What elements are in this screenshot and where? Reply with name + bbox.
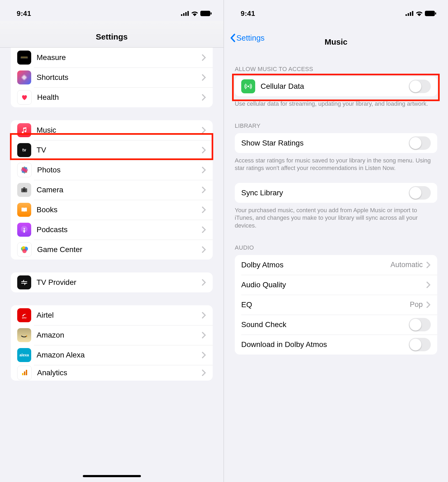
settings-row-tvprovider[interactable]: TV Provider (11, 272, 213, 292)
settings-row-alexa[interactable]: alexa Amazon Alexa (11, 345, 213, 365)
row-label: Music (37, 126, 201, 134)
svg-rect-43 (435, 12, 436, 15)
settings-row-camera[interactable]: Camera (11, 180, 213, 200)
svg-rect-1 (183, 13, 184, 16)
back-button[interactable]: Settings (230, 33, 265, 42)
section-footer-cellular: Use cellular data for streaming, updatin… (224, 96, 448, 109)
settings-row-shortcuts[interactable]: Shortcuts (11, 68, 213, 87)
row-label: Game Center (37, 245, 201, 254)
chevron-right-icon (201, 74, 206, 81)
settings-row-photos[interactable]: Photos (11, 160, 213, 180)
section-header-access: ALLOW MUSIC TO ACCESS (224, 55, 448, 76)
photos-icon (17, 163, 32, 177)
svg-point-32 (22, 249, 27, 253)
back-label: Settings (236, 34, 265, 42)
row-label: Download in Dolby Atmos (241, 340, 409, 349)
settings-row-music[interactable]: Music (11, 120, 213, 140)
row-label: EQ (241, 300, 410, 309)
row-detail: Pop (410, 300, 423, 309)
measure-icon (17, 51, 31, 65)
section-header-library: LIBRARY (224, 109, 448, 133)
settings-row-airtel[interactable]: airtel Airtel (11, 305, 213, 325)
row-label: TV (37, 146, 201, 154)
row-download-dolby[interactable]: Download in Dolby Atmos (235, 335, 437, 355)
row-detail: Automatic (390, 261, 423, 269)
row-label: Sync Library (241, 189, 409, 197)
svg-rect-26 (23, 187, 25, 189)
row-label: Camera (37, 186, 201, 194)
row-label: Shortcuts (37, 73, 201, 82)
battery-icon (425, 11, 436, 16)
books-icon (17, 203, 31, 217)
svg-rect-3 (187, 11, 189, 16)
settings-row-books[interactable]: Books (11, 200, 213, 220)
chevron-right-icon (426, 281, 431, 289)
row-label: Audio Quality (241, 281, 426, 289)
chevron-right-icon (201, 226, 206, 233)
battery-icon (200, 11, 212, 16)
svg-rect-42 (425, 11, 435, 16)
chevron-right-icon (201, 94, 206, 101)
settings-row-measure[interactable]: Measure (11, 48, 213, 68)
chevron-right-icon (201, 351, 206, 359)
page-title: Settings (0, 21, 223, 48)
airtel-icon: airtel (17, 308, 31, 322)
row-dolby-atmos[interactable]: Dolby Atmos Automatic (235, 255, 437, 275)
row-star-ratings[interactable]: Show Star Ratings (235, 133, 437, 153)
settings-row-amazon[interactable]: Amazon (11, 325, 213, 345)
amazon-icon (17, 328, 31, 342)
status-bar: 9:41 (0, 0, 223, 21)
row-label: Cellular Data (261, 82, 409, 91)
settings-row-tv[interactable]: tv TV (11, 140, 213, 160)
svg-rect-41 (412, 11, 413, 16)
gamecenter-icon (17, 242, 32, 257)
row-eq[interactable]: EQ Pop (235, 295, 437, 315)
row-label: Analytics (37, 368, 201, 377)
chevron-right-icon (201, 311, 206, 319)
row-audio-quality[interactable]: Audio Quality (235, 275, 437, 295)
wifi-icon (191, 11, 198, 16)
home-indicator (83, 475, 141, 477)
chevron-right-icon (201, 146, 206, 154)
status-bar: 9:41 (224, 0, 448, 21)
svg-point-33 (22, 246, 25, 249)
svg-point-25 (24, 190, 25, 191)
toggle-star-ratings[interactable] (409, 136, 431, 150)
chevron-right-icon (201, 54, 206, 61)
svg-rect-2 (185, 12, 187, 16)
row-label: TV Provider (37, 278, 201, 287)
section-footer-sync: Your purchased music, content you add fr… (224, 203, 448, 231)
toggle-download-dolby[interactable] (409, 338, 431, 351)
row-label: Podcasts (37, 225, 201, 234)
svg-rect-37 (26, 370, 27, 375)
status-icons (181, 11, 212, 16)
svg-text:airtel: airtel (22, 317, 27, 319)
chevron-right-icon (201, 206, 206, 214)
row-label: Photos (37, 166, 201, 174)
row-cellular-data[interactable]: Cellular Data (235, 76, 437, 96)
settings-row-gamecenter[interactable]: Game Center (11, 240, 213, 260)
toggle-sound-check[interactable] (409, 318, 431, 331)
chevron-right-icon (201, 186, 206, 194)
settings-row-health[interactable]: Health (11, 87, 213, 107)
nav-bar: Settings Music (224, 21, 448, 55)
cell-signal-icon (181, 11, 189, 16)
settings-row-analytics[interactable]: Analytics (11, 365, 213, 381)
row-label: Airtel (37, 311, 201, 320)
phone-settings-list: 9:41 Settings Measure Shortcuts (0, 0, 224, 482)
antenna-icon (241, 79, 255, 93)
row-label: Books (37, 205, 201, 214)
svg-rect-36 (24, 371, 25, 375)
section-footer-star: Access star ratings for music saved to y… (224, 153, 448, 173)
toggle-sync-library[interactable] (409, 186, 431, 200)
row-label: Health (37, 93, 201, 102)
shortcuts-icon (17, 70, 31, 84)
settings-row-podcasts[interactable]: Podcasts (11, 220, 213, 240)
toggle-cellular-data[interactable] (409, 80, 431, 93)
chevron-right-icon (201, 166, 206, 174)
row-sound-check[interactable]: Sound Check (235, 315, 437, 335)
row-sync-library[interactable]: Sync Library (235, 183, 437, 203)
wifi-icon (416, 11, 423, 16)
alexa-icon: alexa (17, 348, 31, 362)
chevron-left-icon (230, 33, 236, 42)
